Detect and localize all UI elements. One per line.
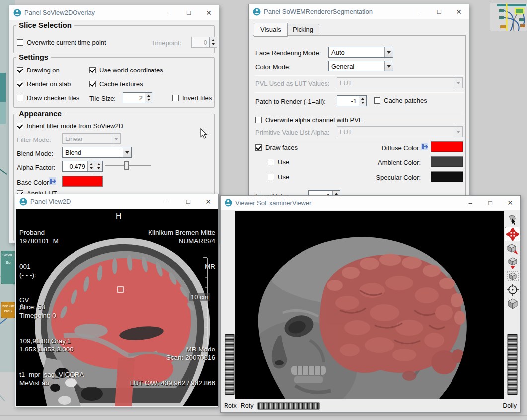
maximize-button[interactable]: □ [178, 194, 198, 209]
checkbox-render-on-slab[interactable]: Render on slab [17, 80, 71, 88]
pvl-lut-combobox[interactable]: LUT [337, 77, 463, 88]
minimize-button[interactable]: – [409, 4, 429, 19]
checkbox-drawing-on[interactable]: Drawing on [17, 67, 60, 74]
camera-cube-icon [506, 297, 519, 310]
minimize-button[interactable]: – [158, 194, 178, 209]
titlebar-examiner-viewer[interactable]: Viewer SoExaminerViewer – □ ✕ [221, 196, 520, 210]
checkbox-box[interactable] [89, 81, 96, 87]
checkbox-use-world-coordinates[interactable]: Use world coordinates [89, 67, 163, 74]
checkbox-box[interactable] [374, 97, 380, 104]
titlebar-soview2doverlay[interactable]: Panel SoView2DOverlay – □ ✕ [9, 5, 219, 20]
minimize-button[interactable]: – [460, 195, 480, 210]
checkbox-box[interactable] [255, 144, 262, 151]
spin-buttons[interactable] [145, 93, 152, 103]
spin-buttons[interactable] [87, 161, 95, 171]
minimize-button[interactable]: – [159, 5, 179, 20]
checkbox-overwrite-alpha[interactable]: Overwrite alpha channel with PVL [255, 116, 362, 124]
checkbox-box[interactable] [17, 95, 23, 101]
alpha-factor-spinbox[interactable]: 0.479 [62, 161, 103, 172]
spin-buttons[interactable] [359, 96, 366, 106]
pick-mode-button[interactable] [505, 213, 520, 227]
dolly-label: Dolly [503, 402, 517, 409]
checkbox-box[interactable] [268, 174, 274, 180]
pvl-alpha-combobox[interactable]: LUT [337, 126, 463, 137]
seek-object-button[interactable] [505, 242, 520, 256]
slider-handle[interactable] [124, 161, 129, 170]
checkbox-box[interactable] [17, 39, 23, 46]
color-mode-combobox[interactable]: General [328, 61, 393, 71]
checkbox-use-ambient[interactable]: Use [268, 158, 289, 166]
checkbox-use-specular[interactable]: Use [268, 173, 289, 181]
view-mode-button[interactable] [505, 227, 520, 241]
camera-type-button[interactable] [505, 297, 520, 311]
roty-label: Roty [241, 402, 254, 409]
close-button[interactable]: ✕ [199, 5, 219, 20]
mouse-cursor [200, 128, 208, 139]
group-title: Settings [16, 53, 51, 61]
close-button[interactable]: ✕ [449, 4, 469, 19]
network-minimap[interactable] [490, 3, 527, 31]
checkbox-box[interactable] [89, 67, 96, 73]
checkbox-cache-textures[interactable]: Cache textures [89, 80, 143, 88]
network-node-sowem[interactable]: SoWE So [1, 251, 15, 284]
checkbox-box[interactable] [255, 117, 262, 123]
checkbox-invert-tiles[interactable]: Invert tiles [172, 94, 212, 102]
network-node-isosurface[interactable]: IsoSurf IsoS [1, 302, 15, 318]
roty-thumbwheel[interactable] [257, 402, 320, 410]
patch-to-render-spinbox[interactable]: -1 [337, 95, 367, 106]
combo-dropdown-button[interactable] [384, 61, 393, 71]
spin-buttons-fine[interactable] [95, 161, 102, 171]
checkbox-label: Cache patches [384, 97, 427, 104]
ambient-color-swatch[interactable] [431, 156, 463, 167]
combo-dropdown-button[interactable] [123, 147, 131, 157]
dolly-thumbwheel[interactable] [507, 334, 518, 395]
close-button[interactable]: ✕ [500, 195, 520, 210]
timepoint-spinbox[interactable]: 0 [191, 37, 217, 48]
blend-mode-combobox[interactable]: Blend [62, 147, 132, 158]
group-slice-selection: Slice Selection Overwrite current time p… [13, 25, 215, 53]
filter-mode-combobox[interactable]: Linear [62, 133, 121, 144]
tab-visuals[interactable]: Visuals [254, 23, 288, 37]
maximize-button[interactable]: □ [480, 195, 500, 210]
window-title: Panel SoWEMRendererSegmentation [264, 8, 409, 15]
titlebar-view2d[interactable]: Panel View2D – □ ✕ [15, 194, 218, 209]
base-color-swatch[interactable] [62, 176, 103, 187]
checkbox-overwrite-time-point[interactable]: Overwrite current time point [17, 39, 106, 46]
checkbox-box[interactable] [172, 95, 179, 101]
checkbox-box[interactable] [17, 67, 23, 73]
window-title: Panel SoView2DOverlay [24, 9, 159, 16]
spin-value: 2 [123, 93, 145, 103]
titlebar-sowemrenderer[interactable]: Panel SoWEMRendererSegmentation – □ ✕ [249, 4, 469, 19]
alpha-factor-slider[interactable] [105, 161, 151, 171]
examiner-3d-viewport[interactable] [235, 211, 504, 399]
combo-dropdown-button[interactable] [384, 47, 393, 57]
seek-point-button[interactable] [505, 283, 520, 297]
combo-dropdown-button[interactable] [454, 78, 462, 88]
checkbox-box[interactable] [268, 159, 274, 165]
maximize-button[interactable]: □ [429, 4, 449, 19]
close-button[interactable]: ✕ [198, 194, 218, 209]
view-all-button[interactable] [505, 269, 520, 283]
specular-color-swatch[interactable] [431, 171, 463, 182]
separator [255, 140, 464, 140]
home-button[interactable] [505, 256, 520, 270]
spin-buttons[interactable] [209, 37, 217, 47]
rotx-thumbwheel[interactable] [225, 334, 235, 395]
checkbox-label: Draw checker tiles [27, 94, 79, 102]
slice-status-overlay: Slice: 53Timepoint: 0 109,91,80,Gray,11.… [19, 286, 84, 404]
checkbox-inherit-filter-mode[interactable]: Inherit filter mode from SoView2D [17, 122, 123, 130]
checkbox-box[interactable] [17, 81, 23, 87]
view2d-viewport[interactable]: Proband19780101 M 001(- - -): GV Kliniku… [16, 209, 218, 406]
face-rendering-mode-combobox[interactable]: Auto [328, 47, 393, 58]
checkbox-draw-faces[interactable]: Draw faces [255, 144, 298, 151]
maximize-button[interactable]: □ [179, 5, 199, 20]
tile-size-spinbox[interactable]: 2 [123, 92, 152, 103]
window-view2d: Panel View2D – □ ✕ [15, 194, 219, 407]
checkbox-draw-checker-tiles[interactable]: Draw checker tiles [17, 94, 79, 102]
checkbox-box[interactable] [17, 123, 23, 129]
combo-dropdown-button[interactable] [454, 127, 462, 137]
checkbox-cache-patches[interactable]: Cache patches [374, 97, 427, 104]
combo-dropdown-button[interactable] [112, 134, 120, 143]
diffuse-color-swatch[interactable] [431, 141, 463, 152]
tab-picking[interactable]: Picking [287, 24, 319, 36]
